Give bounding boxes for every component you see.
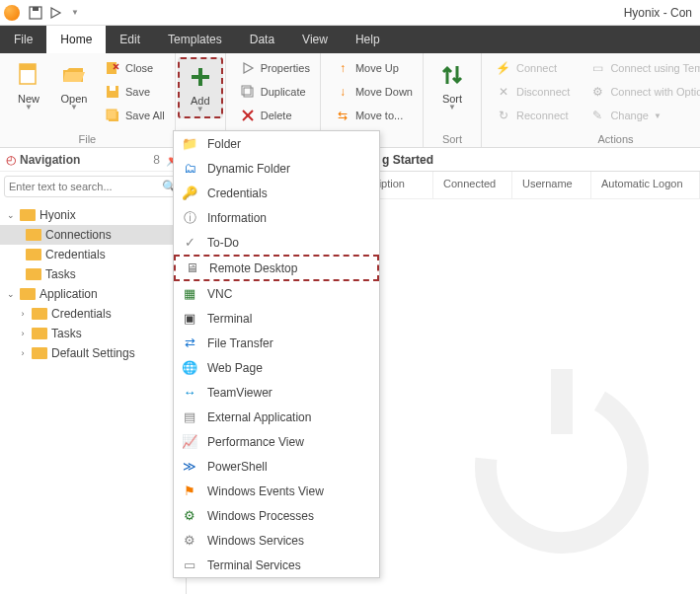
reconnect-icon: ↻	[496, 108, 511, 123]
properties-button[interactable]: Properties	[236, 57, 314, 79]
expand-icon[interactable]: ›	[18, 329, 28, 338]
window-title: Hyonix - Con	[624, 6, 696, 20]
col-username[interactable]: Username	[512, 172, 591, 198]
dropdown-item-teamviewer[interactable]: ↔TeamViewer	[174, 380, 379, 405]
folder-icon	[26, 268, 41, 280]
dropdown-item-windows-processes[interactable]: ⚙Windows Processes	[174, 503, 379, 528]
reconnect-label: Reconnect	[516, 110, 569, 121]
menu-templates[interactable]: Templates	[154, 26, 236, 53]
dropdown-item-label: Credentials	[207, 186, 268, 200]
tree-item-app-credentials[interactable]: › Credentials	[0, 304, 186, 324]
qat-dropdown-button[interactable]: ▼	[65, 3, 85, 23]
qat-play-button[interactable]	[45, 3, 65, 23]
collapse-icon[interactable]: ⌄	[6, 210, 16, 220]
svg-rect-9	[110, 86, 116, 91]
disconnect-button[interactable]: ✕ Disconnect	[492, 81, 574, 103]
move-to-button[interactable]: ⇆ Move to...	[331, 105, 417, 126]
move-up-button[interactable]: ↑ Move Up	[331, 57, 417, 79]
qat-save-button[interactable]	[26, 3, 45, 23]
dropdown-item-web-page[interactable]: 🌐Web Page	[174, 355, 379, 380]
dropdown-item-vnc[interactable]: ▦VNC	[174, 281, 379, 306]
open-button[interactable]: Open ▼	[51, 57, 97, 114]
save-all-button[interactable]: Save All	[101, 105, 169, 126]
dropdown-item-remote-desktop[interactable]: 🖥Remote Desktop	[174, 255, 379, 281]
app-icon: ▤	[182, 409, 197, 425]
tree-item-tasks[interactable]: Tasks	[0, 264, 186, 284]
options-icon: ⚙	[589, 84, 605, 100]
col-automatic-logon[interactable]: Automatic Logon	[591, 172, 700, 198]
menu-help[interactable]: Help	[342, 26, 394, 53]
expand-icon[interactable]: ›	[18, 348, 28, 358]
dropdown-item-label: Terminal	[207, 312, 252, 326]
navigation-search[interactable]: 🔍	[4, 176, 182, 197]
tree-root-application[interactable]: ⌄ Application	[0, 284, 186, 304]
tree-item-app-tasks[interactable]: › Tasks	[0, 324, 186, 343]
dynamic-folder-icon: 🗂	[182, 161, 197, 177]
menu-home[interactable]: Home	[46, 26, 106, 53]
close-button[interactable]: Close	[101, 57, 169, 79]
folder-icon	[32, 328, 47, 339]
dropdown-item-windows-events-view[interactable]: ⚑Windows Events View	[174, 479, 379, 503]
add-button[interactable]: Add ▼	[178, 57, 223, 118]
disconnect-label: Disconnect	[516, 86, 570, 98]
expand-icon[interactable]: ›	[18, 309, 28, 319]
save-button[interactable]: Save	[101, 81, 169, 103]
dropdown-item-folder[interactable]: 📁Folder	[174, 131, 379, 156]
menu-file[interactable]: File	[0, 26, 46, 53]
svg-rect-15	[244, 88, 253, 97]
change-icon: ✎	[589, 108, 605, 123]
dropdown-item-label: VNC	[207, 287, 232, 301]
dropdown-item-label: Information	[207, 211, 267, 225]
tree-item-default-settings[interactable]: › Default Settings	[0, 343, 186, 363]
dropdown-item-information[interactable]: ⓘInformation	[174, 205, 379, 230]
folder-icon	[32, 347, 47, 359]
add-dropdown-menu: 📁Folder🗂Dynamic Folder🔑CredentialsⓘInfor…	[173, 130, 380, 578]
col-connected[interactable]: Connected	[433, 172, 512, 198]
dropdown-item-terminal-services[interactable]: ▭Terminal Services	[174, 553, 379, 577]
new-button[interactable]: New ▼	[6, 57, 51, 114]
navigation-header: ◴ Navigation 8 📌	[0, 148, 186, 172]
tree-item-credentials[interactable]: Credentials	[0, 245, 186, 264]
tree-item-connections[interactable]: Connections	[0, 225, 186, 245]
dropdown-item-file-transfer[interactable]: ⇄File Transfer	[174, 331, 379, 355]
sort-button[interactable]: Sort ▼	[429, 57, 475, 114]
delete-button[interactable]: Delete	[236, 105, 314, 126]
folder-icon	[32, 308, 47, 320]
menu-data[interactable]: Data	[236, 26, 288, 53]
dropdown-item-credentials[interactable]: 🔑Credentials	[174, 181, 379, 205]
dropdown-item-powershell[interactable]: ≫PowerShell	[174, 454, 379, 479]
tab-getting-started[interactable]: g Started	[374, 149, 441, 171]
terminal-services-icon: ▭	[182, 557, 197, 573]
collapse-icon[interactable]: ⌄	[6, 289, 16, 299]
duplicate-label: Duplicate	[261, 86, 306, 98]
connect-icon: ⚡	[496, 60, 511, 76]
group-file-label: File	[6, 131, 169, 147]
dropdown-item-label: Windows Events View	[207, 484, 324, 498]
search-input[interactable]	[9, 181, 162, 192]
dropdown-item-terminal[interactable]: ▣Terminal	[174, 306, 379, 331]
move-down-label: Move Down	[355, 86, 413, 98]
svg-marker-14	[244, 63, 253, 73]
connect-template-button[interactable]: ▭ Connect using Template ▼	[585, 57, 700, 79]
connect-button[interactable]: ⚡ Connect	[492, 57, 574, 79]
change-button[interactable]: ✎ Change ▼	[585, 105, 700, 126]
duplicate-button[interactable]: Duplicate	[236, 81, 314, 103]
dropdown-item-to-do[interactable]: ✓To-Do	[174, 230, 379, 255]
dropdown-item-label: Windows Processes	[207, 509, 314, 523]
tree-root-hyonix[interactable]: ⌄ Hyonix	[0, 205, 186, 225]
dropdown-item-external-application[interactable]: ▤External Application	[174, 405, 379, 429]
dropdown-item-windows-services[interactable]: ⚙Windows Services	[174, 528, 379, 553]
move-down-button[interactable]: ↓ Move Down	[331, 81, 417, 103]
move-to-icon: ⇆	[335, 108, 350, 123]
dropdown-item-label: Remote Desktop	[209, 261, 297, 275]
dropdown-item-performance-view[interactable]: 📈Performance View	[174, 429, 379, 454]
dropdown-item-dynamic-folder[interactable]: 🗂Dynamic Folder	[174, 156, 379, 181]
connect-options-button[interactable]: ⚙ Connect with Options ▼	[585, 81, 700, 103]
menu-view[interactable]: View	[288, 26, 342, 53]
dropdown-item-label: Terminal Services	[207, 558, 301, 572]
close-file-icon	[105, 60, 120, 76]
template-icon: ▭	[589, 60, 605, 76]
chevron-down-icon: ▼	[448, 105, 456, 111]
menu-edit[interactable]: Edit	[106, 26, 154, 53]
reconnect-button[interactable]: ↻ Reconnect	[492, 105, 574, 126]
